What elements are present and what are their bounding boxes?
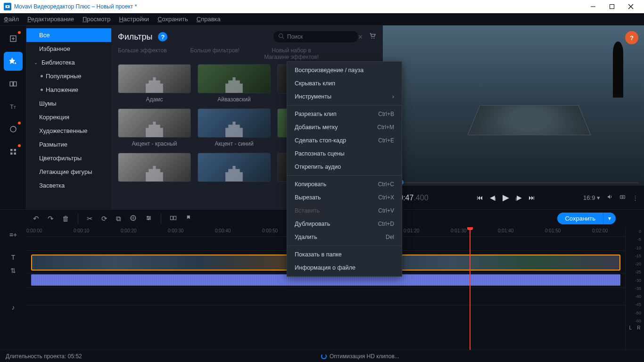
ruler-mark: 0:00:10 — [74, 228, 89, 233]
step-back-button[interactable]: ◀| — [490, 194, 496, 201]
banner-text: Больше эффектов — [118, 47, 167, 60]
add-track-button[interactable]: ≡+ — [9, 231, 17, 239]
svg-rect-11 — [14, 149, 16, 151]
more-options-icon[interactable]: ⋮ — [632, 194, 638, 201]
text-track-icon[interactable]: T — [11, 254, 16, 261]
prev-clip-button[interactable]: ⏮ — [477, 194, 483, 201]
filter-card[interactable] — [118, 153, 191, 185]
search-input[interactable] — [287, 33, 358, 40]
aspect-ratio-selector[interactable]: 16:9 ▾ — [583, 194, 600, 201]
svg-point-14 — [279, 34, 283, 38]
step-fwd-button[interactable]: |▶ — [516, 194, 522, 201]
category-item[interactable]: Засветка — [26, 179, 111, 192]
audio-track-icon[interactable]: ♪ — [12, 304, 15, 311]
window-minimize-button[interactable] — [584, 0, 603, 13]
context-menu-item[interactable]: ДублироватьCtrl+D — [287, 217, 402, 230]
preview-help-button[interactable]: ? — [625, 31, 638, 44]
scrubber[interactable] — [383, 179, 644, 186]
rail-titles-button[interactable]: TT — [4, 97, 23, 116]
meter-level: -35 — [627, 286, 641, 291]
ruler-mark: 0:00:40 — [215, 228, 231, 233]
undo-button[interactable]: ↶ — [33, 214, 39, 223]
rail-stickers-button[interactable] — [4, 120, 23, 139]
panel-title: Фильтры — [118, 32, 152, 42]
rail-more-button[interactable] — [4, 142, 23, 161]
context-menu-item[interactable]: Воспроизведение / пауза — [287, 64, 402, 77]
search-box[interactable]: ✕ — [273, 31, 358, 42]
window-close-button[interactable] — [621, 0, 640, 13]
banner-text: Больше фильтров! — [190, 47, 240, 60]
context-menu-item[interactable]: Добавить меткуCtrl+M — [287, 121, 402, 134]
marker-button[interactable] — [185, 214, 192, 223]
filter-card[interactable]: Айвазовский — [198, 64, 271, 103]
category-item[interactable]: Избранное — [26, 42, 111, 56]
save-button[interactable]: Сохранить — [557, 213, 603, 224]
svg-rect-10 — [10, 149, 13, 151]
redo-button[interactable]: ↷ — [48, 214, 54, 223]
context-menu-item[interactable]: Открепить аудио — [287, 160, 402, 173]
svg-point-22 — [148, 219, 149, 220]
menu-item[interactable]: Файл — [4, 16, 19, 23]
titlebar: Movavi Видеоредактор Плюс – Новый проект… — [0, 0, 644, 13]
volume-icon[interactable] — [607, 194, 613, 201]
category-item[interactable]: Все — [26, 28, 111, 42]
save-dropdown-button[interactable]: ▼ — [603, 213, 616, 224]
menubar: ФайлРедактированиеПросмотрНастройкиСохра… — [0, 13, 644, 25]
playhead[interactable] — [470, 227, 471, 350]
filter-card[interactable]: Акцент - синий — [198, 108, 271, 147]
context-menu-item[interactable]: Инструменты› — [287, 90, 402, 103]
tool-rail: TT — [0, 25, 26, 209]
color-button[interactable] — [130, 214, 137, 223]
filter-card[interactable]: Акцент - красный — [118, 108, 191, 147]
link-track-icon[interactable]: ⇅ — [10, 267, 16, 274]
category-item[interactable]: Шумы — [26, 97, 111, 110]
cut-button[interactable]: ✂ — [87, 214, 93, 223]
help-icon[interactable]: ? — [158, 32, 167, 41]
menu-item[interactable]: Справка — [197, 16, 221, 23]
rail-import-button[interactable] — [4, 29, 23, 48]
context-menu-item[interactable]: Скрывать клип — [287, 77, 402, 90]
context-menu-item[interactable]: КопироватьCtrl+C — [287, 178, 402, 191]
ruler-mark: 0:02:00 — [592, 228, 608, 233]
context-menu-item[interactable]: УдалитьDel — [287, 230, 402, 244]
snapshot-icon[interactable] — [619, 194, 626, 201]
window-maximize-button[interactable] — [603, 0, 621, 13]
category-item[interactable]: Размытие — [26, 138, 111, 151]
clear-icon[interactable]: ✕ — [358, 33, 363, 41]
category-item[interactable]: Художественные — [26, 124, 111, 138]
delete-button[interactable]: 🗑 — [62, 214, 69, 222]
context-menu-item[interactable]: Распознать сцены — [287, 147, 402, 160]
context-menu-item[interactable]: Показать в папке — [287, 248, 402, 261]
context-menu-item[interactable]: ВырезатьCtrl+X — [287, 191, 402, 204]
svg-rect-2 — [591, 7, 595, 7]
category-item[interactable]: Летающие фигуры — [26, 165, 111, 179]
context-menu-item[interactable]: Разрезать клипCtrl+B — [287, 107, 402, 121]
category-item[interactable]: Популярные — [26, 69, 111, 83]
context-menu-item[interactable]: Сделать стоп-кадрCtrl+E — [287, 134, 402, 147]
rotate-button[interactable]: ⟳ — [101, 214, 107, 223]
crop-button[interactable]: ⧉ — [116, 214, 121, 223]
menu-item[interactable]: Редактирование — [27, 16, 74, 23]
svg-rect-17 — [620, 196, 625, 199]
statusbar: Длительность проекта: 05:52 Оптимизация … — [0, 350, 644, 362]
meter-level: 0 — [627, 229, 641, 234]
category-item[interactable]: Коррекция — [26, 110, 111, 124]
category-item[interactable]: Наложение — [26, 83, 111, 97]
filter-card[interactable]: Адамс — [118, 64, 191, 103]
meter-level: -20 — [627, 262, 641, 266]
next-clip-button[interactable]: ⏭ — [528, 194, 535, 201]
rail-filters-button[interactable] — [4, 52, 23, 71]
adjust-button[interactable] — [145, 214, 152, 223]
context-menu-item[interactable]: Информация о файле — [287, 261, 402, 274]
preview-video[interactable]: ? — [383, 25, 644, 186]
category-item[interactable]: Цветофильтры — [26, 151, 111, 165]
menu-item[interactable]: Сохранить — [157, 16, 188, 23]
category-item[interactable]: ⌄Библиотека — [26, 56, 111, 69]
menu-item[interactable]: Просмотр — [83, 16, 110, 23]
menu-item[interactable]: Настройки — [119, 16, 149, 23]
filter-card[interactable] — [198, 153, 271, 185]
play-button[interactable]: ▶ — [503, 192, 509, 203]
cart-icon[interactable] — [369, 32, 376, 41]
transition-wizard-button[interactable] — [170, 214, 177, 223]
rail-transitions-button[interactable] — [4, 74, 23, 93]
